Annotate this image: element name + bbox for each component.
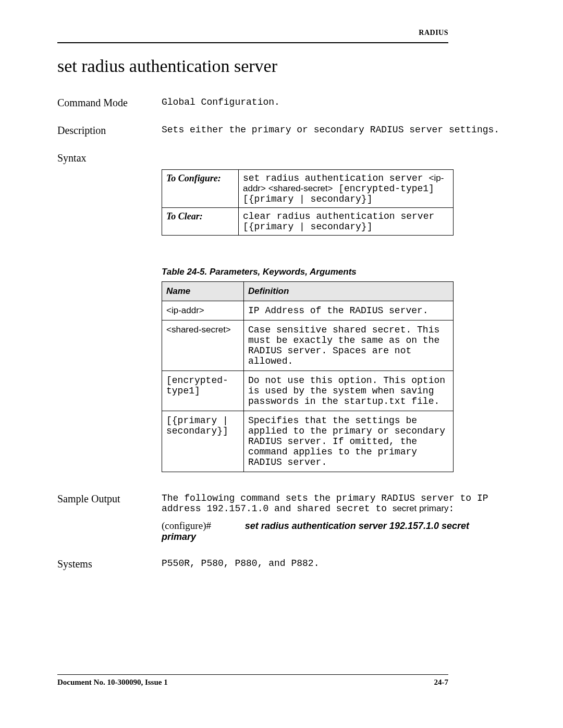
footer-doc-no: Document No. 10-300090, Issue 1 (57, 678, 168, 687)
page-title: set radius authentication server (57, 56, 506, 76)
description-row: Description Sets either the primary or s… (57, 125, 506, 137)
params-table: Name Definition <ip-addr> IP Address of … (162, 281, 454, 472)
params-def-3: Specifies that the settings be applied t… (244, 411, 454, 472)
section-label: RADIUS (57, 29, 448, 37)
params-name-3: [{primary | secondary}] (162, 411, 244, 472)
command-mode-label: Command Mode (57, 97, 162, 109)
command-mode-value: Global Configuration. (162, 97, 506, 109)
params-header-name: Name (162, 282, 244, 301)
sample-label: Sample Output (57, 493, 162, 542)
syntax-configure-cmd: set radius authentication server <ip-add… (239, 170, 454, 208)
params-row-0: <ip-addr> IP Address of the RADIUS serve… (162, 301, 454, 320)
params-row-2: [encrypted-type1] Do not use this option… (162, 371, 454, 411)
footer-rule (57, 674, 448, 675)
syntax-row-configure: To Configure: set radius authentication … (162, 170, 454, 208)
sample-intro-suffix: : (449, 503, 455, 514)
sample-value: The following command sets the primary R… (162, 493, 506, 542)
params-def-0: IP Address of the RADIUS server. (244, 301, 454, 320)
params-def-1: Case sensitive shared secret. This must … (244, 320, 454, 371)
syntax-configure-label: To Configure: (162, 170, 239, 208)
page: RADIUS set radius authentication server … (0, 0, 506, 708)
params-row-3: [{primary | secondary}] Specifies that t… (162, 411, 454, 472)
footer-row: Document No. 10-300090, Issue 1 24-7 (57, 678, 448, 687)
syntax-row: Syntax (57, 152, 506, 164)
params-header-row: Name Definition (162, 282, 454, 301)
command-mode-row: Command Mode Global Configuration. (57, 97, 506, 109)
header-rule (57, 42, 448, 43)
syntax-value-empty (162, 152, 506, 164)
systems-label: Systems (57, 558, 162, 570)
systems-row: Systems P550R, P580, P880, and P882. (57, 558, 506, 570)
params-header-definition: Definition (244, 282, 454, 301)
syntax-configure-prefix: set radius authentication server (243, 173, 429, 183)
params-name-1: <shared-secret> (162, 320, 244, 371)
syntax-label: Syntax (57, 152, 162, 164)
description-label: Description (57, 125, 162, 137)
params-name-2: [encrypted-type1] (162, 371, 244, 411)
page-header: RADIUS (57, 29, 506, 43)
params-def-2: Do not use this option. This option is u… (244, 371, 454, 411)
syntax-clear-cmd: clear radius authentication server [{pri… (239, 208, 454, 236)
page-footer: Document No. 10-300090, Issue 1 24-7 (57, 674, 506, 687)
syntax-clear-label: To Clear: (162, 208, 239, 236)
description-value: Sets either the primary or secondary RAD… (162, 125, 506, 137)
params-caption: Table 24-5. Parameters, Keywords, Argume… (162, 267, 506, 277)
footer-page-no: 24-7 (434, 678, 449, 687)
params-name-0: <ip-addr> (162, 301, 244, 320)
params-row-1: <shared-secret> Case sensitive shared se… (162, 320, 454, 371)
sample-row: Sample Output The following command sets… (57, 493, 506, 542)
sample-prompt: (configure)# (162, 520, 211, 531)
syntax-table: To Configure: set radius authentication … (162, 169, 454, 236)
sample-cmd-line: (configure)# set radius authentication s… (162, 520, 506, 542)
systems-value: P550R, P580, P880, and P882. (162, 558, 506, 570)
sample-intro-bold: secret primary (393, 503, 449, 513)
syntax-row-clear: To Clear: clear radius authentication se… (162, 208, 454, 236)
